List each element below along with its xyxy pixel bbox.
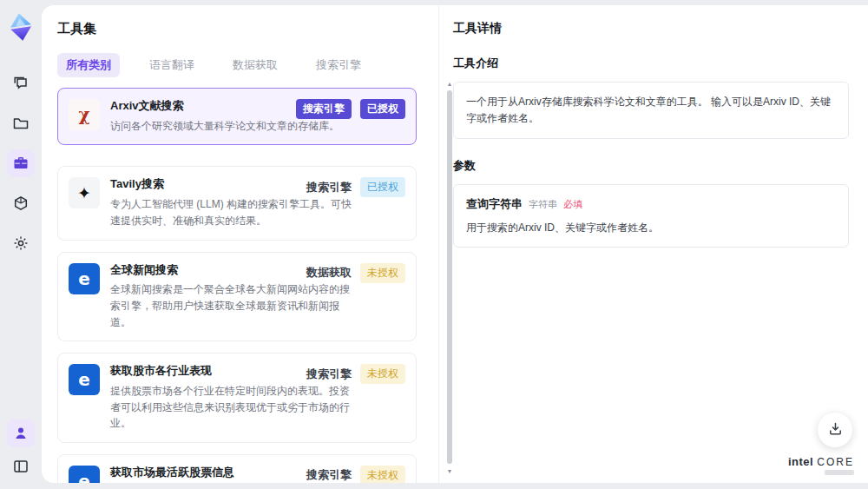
sidebar-item-settings[interactable]: [7, 229, 35, 257]
tools-list-column: 工具集 所有类别 语言翻译 数据获取 搜索引擎 χ Arxiv文献搜索 访问各个…: [42, 5, 438, 483]
category-label: 搜索引擎: [306, 180, 352, 195]
gear-icon: [12, 235, 30, 252]
page-title: 工具集: [57, 21, 438, 37]
intel-core-logo: intel core: [788, 455, 854, 475]
tool-description: 访问各个研究领域大量科学论文和文章的存储库。: [110, 118, 339, 135]
tool-description: 全球新闻搜索是一个聚合全球各大新闻网站内容的搜索引擎，帮助用户快速获取全球最新资…: [110, 281, 355, 330]
tab-search-engine[interactable]: 搜索引擎: [307, 53, 370, 77]
news-app-icon: e: [69, 466, 100, 483]
tool-card-list: χ Arxiv文献搜索 访问各个研究领域大量科学论文和文章的存储库。 搜索引擎 …: [57, 88, 417, 483]
news-app-icon: e: [69, 263, 100, 294]
folder-icon: [12, 115, 30, 132]
briefcase-icon: [12, 155, 30, 172]
param-required-flag: 必填: [563, 198, 582, 211]
category-label: 数据获取: [306, 265, 352, 281]
gem-logo-icon: [8, 11, 34, 43]
params-heading: 参数: [453, 158, 849, 174]
auth-status-badge: 未授权: [360, 263, 405, 283]
chat-icon: [12, 75, 30, 92]
download-button[interactable]: [818, 413, 852, 447]
tavily-icon: ✦: [69, 177, 100, 208]
left-rail: [0, 0, 42, 489]
brand-sub-badge: [825, 470, 854, 475]
param-type: 字符串: [529, 198, 557, 211]
cube-icon: [12, 195, 30, 212]
sidebar-item-files[interactable]: [7, 109, 35, 137]
tool-description: 提供股票市场各个行业在特定时间段内的表现。投资者可以利用这些信息来识别表现优于或…: [110, 383, 355, 432]
sidebar-item-user[interactable]: [7, 420, 35, 447]
intro-box: 一个用于从Arxiv存储库搜索科学论文和文章的工具。 输入可以是Arxiv ID…: [453, 82, 849, 139]
category-label: 搜索引擎: [306, 467, 352, 483]
auth-status-badge: 未授权: [360, 466, 405, 483]
intro-text: 一个用于从Arxiv存储库搜索科学论文和文章的工具。 输入可以是Arxiv ID…: [466, 94, 836, 127]
param-description: 用于搜索的Arxiv ID、关键字或作者姓名。: [466, 220, 836, 235]
auth-status-badge: 已授权: [360, 177, 405, 197]
user-icon: [12, 425, 30, 442]
panel-layout-icon: [12, 458, 30, 475]
tool-card-global-news[interactable]: e 全球新闻搜索 全球新闻搜索是一个聚合全球各大新闻网站内容的搜索引擎，帮助用户…: [57, 252, 417, 342]
param-box: 查询字符串 字符串 必填 用于搜索的Arxiv ID、关键字或作者姓名。: [453, 184, 849, 248]
intro-heading: 工具介绍: [453, 56, 849, 71]
download-icon: [828, 421, 843, 439]
auth-status-badge: 未授权: [360, 364, 405, 384]
sidebar-item-toolbox[interactable]: [7, 149, 35, 177]
tool-card-active-stocks[interactable]: e 获取市场最活跃股票信息 提供当天交易量最高的股票列表。投资者可以利用这些信息…: [57, 454, 417, 483]
tool-description: 专为人工智能代理 (LLM) 构建的搜索引擎工具。可快速提供实时、准确和真实的结…: [110, 196, 355, 228]
app-logo[interactable]: [6, 10, 36, 43]
category-badge: 搜索引擎: [296, 99, 352, 119]
sidebar-item-models[interactable]: [7, 189, 35, 217]
category-label: 搜索引擎: [306, 367, 352, 382]
tab-data-fetch[interactable]: 数据获取: [224, 53, 286, 77]
tab-language-translation[interactable]: 语言翻译: [141, 53, 203, 77]
tool-card-sector-performance[interactable]: e 获取股市各行业表现 提供股票市场各个行业在特定时间段内的表现。投资者可以利用…: [57, 353, 417, 443]
arxiv-icon: χ: [69, 99, 100, 130]
auth-status-badge: 已授权: [360, 99, 405, 119]
news-app-icon: e: [69, 364, 100, 395]
brand-intel: intel: [788, 455, 813, 468]
tool-detail-column: 工具详情 工具介绍 一个用于从Arxiv存储库搜索科学论文和文章的工具。 输入可…: [438, 5, 868, 483]
tool-card-arxiv[interactable]: χ Arxiv文献搜索 访问各个研究领域大量科学论文和文章的存储库。 搜索引擎 …: [57, 88, 417, 145]
category-tabs: 所有类别 语言翻译 数据获取 搜索引擎: [57, 53, 438, 77]
sidebar-item-chat[interactable]: [7, 69, 35, 97]
brand-core: core: [817, 456, 854, 468]
tool-card-tavily[interactable]: ✦ Tavily搜索 专为人工智能代理 (LLM) 构建的搜索引擎工具。可快速提…: [57, 166, 417, 240]
tab-all-categories[interactable]: 所有类别: [57, 53, 120, 77]
sidebar-item-collapse[interactable]: [7, 453, 35, 480]
main-panel: 工具集 所有类别 语言翻译 数据获取 搜索引擎 χ Arxiv文献搜索 访问各个…: [42, 5, 868, 483]
param-name: 查询字符串: [466, 196, 523, 212]
detail-title: 工具详情: [453, 21, 849, 36]
